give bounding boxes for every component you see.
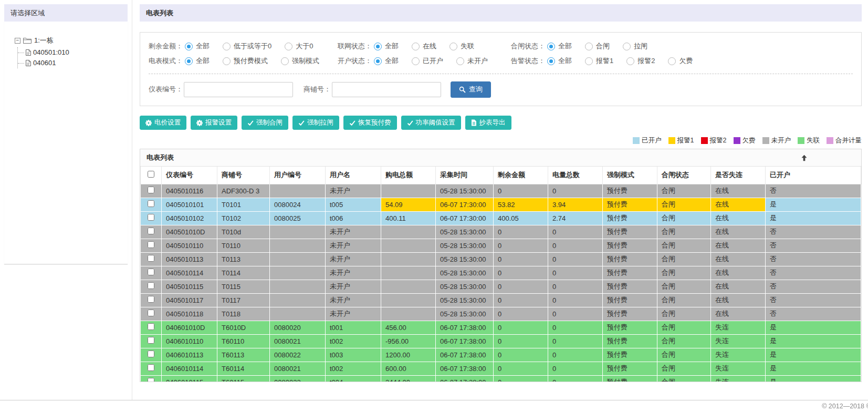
row-checkbox[interactable]	[148, 214, 154, 221]
legend-swatch	[762, 137, 769, 144]
table-cell: 0	[548, 307, 603, 321]
row-checkbox-cell	[141, 375, 162, 382]
table-cell: 0405010115	[162, 280, 217, 293]
table-cell: 预付费	[603, 334, 657, 348]
radio-option[interactable]: 未开户	[456, 56, 488, 66]
radio-option[interactable]: 低于或等于0	[223, 42, 271, 51]
table-cell: 0405010114	[162, 266, 217, 280]
file-icon	[26, 60, 31, 66]
collapse-up-icon[interactable]	[801, 154, 808, 161]
toolbar-button[interactable]: 强制拉闸	[292, 116, 339, 130]
table-cell: 失连	[711, 362, 766, 375]
table-cell: 0405010102	[162, 211, 217, 225]
filter-group-label: 联网状态：	[338, 42, 372, 51]
table-cell: 05-28 15:30:00	[436, 252, 494, 266]
table-cell: 0406010115	[162, 375, 217, 382]
radio-option[interactable]: 欠费	[668, 56, 693, 66]
table-cell: T0101	[217, 198, 270, 211]
toolbar-button[interactable]: 电价设置	[140, 116, 186, 130]
radio-option[interactable]: 报警2	[626, 56, 655, 66]
table-cell: 54.09	[381, 198, 436, 211]
radio-option[interactable]: 全部	[547, 56, 572, 66]
toolbar-button[interactable]: 强制合闸	[242, 116, 288, 130]
toolbar-button[interactable]: 报警设置	[191, 116, 237, 130]
row-checkbox[interactable]	[148, 351, 154, 357]
table-cell: 05-28 15:30:00	[436, 307, 494, 321]
radio-option[interactable]: 拉闸	[623, 42, 647, 51]
row-checkbox[interactable]	[148, 323, 154, 330]
search-button[interactable]: 查询	[451, 81, 491, 98]
row-checkbox[interactable]	[148, 310, 154, 316]
table-cell: 在线	[711, 239, 766, 252]
table-cell: 未开户	[326, 293, 381, 307]
radio-option-label: 拉闸	[634, 42, 647, 51]
radio-option[interactable]: 失联	[449, 42, 474, 51]
column-header: 强制模式	[603, 167, 657, 184]
row-checkbox[interactable]	[148, 269, 154, 275]
radio-option[interactable]: 强制模式	[281, 56, 319, 66]
tree-collapse-toggle[interactable]: −	[15, 38, 20, 44]
table-cell: 合闸	[657, 239, 711, 252]
row-checkbox[interactable]	[148, 282, 154, 289]
radio-icon	[449, 43, 457, 50]
footer: © 2012—2018 ©A	[0, 400, 868, 412]
table-cell: 0	[494, 334, 548, 348]
table-cell: 0405010118	[162, 307, 217, 321]
table-cell: 未开户	[326, 252, 381, 266]
row-checkbox[interactable]	[148, 255, 154, 262]
toolbar-button[interactable]: 功率阈值设置	[401, 116, 461, 130]
radio-icon	[285, 43, 292, 50]
table-body: 0405010116ADF300-D 3未开户05-28 15:30:0000预…	[141, 184, 861, 382]
radio-option[interactable]: 全部	[374, 56, 399, 66]
table-cell	[270, 184, 326, 198]
radio-option[interactable]: 全部	[374, 42, 399, 51]
toolbar-button[interactable]: 恢复预付费	[343, 116, 397, 130]
tree-node[interactable]: 040501:010	[18, 47, 119, 58]
shop-no-input[interactable]	[332, 82, 441, 97]
radio-option[interactable]: 已开户	[412, 56, 443, 66]
filter-group-label: 合闸状态：	[511, 42, 545, 51]
copyright-text: © 2012—2018 ©A	[822, 403, 868, 410]
row-checkbox[interactable]	[148, 378, 154, 382]
tree-node[interactable]: 040601	[18, 58, 119, 68]
table-row: 0405010102T01020080025t006400.1106-07 17…	[141, 211, 861, 225]
table-cell: 05-28 15:30:00	[436, 184, 494, 198]
table-cell: 未开户	[326, 225, 381, 239]
table-cell: t003	[326, 348, 381, 362]
row-checkbox[interactable]	[148, 241, 154, 248]
table-cell: 0	[494, 252, 548, 266]
row-checkbox[interactable]	[148, 228, 154, 234]
row-checkbox[interactable]	[148, 364, 154, 371]
row-checkbox[interactable]	[148, 337, 154, 344]
radio-option[interactable]: 全部	[547, 42, 572, 51]
radio-option[interactable]: 合闸	[585, 42, 610, 51]
toolbar-button-label: 报警设置	[205, 118, 232, 127]
row-checkbox[interactable]	[148, 296, 154, 303]
radio-option[interactable]: 预付费模式	[223, 56, 268, 66]
radio-option[interactable]: 大于0	[285, 42, 313, 51]
table-cell: 预付费	[603, 280, 657, 293]
toolbar-button[interactable]: 抄表导出	[465, 116, 511, 130]
meter-table: 仪表编号商铺号用户编号用户名购电总额采集时间剩余金额电量总数强制模式合闸状态是否…	[140, 167, 861, 382]
table-cell: 预付费	[603, 266, 657, 280]
radio-option[interactable]: 全部	[185, 42, 210, 51]
table-cell: 2.74	[548, 211, 603, 225]
legend-swatch	[734, 137, 740, 144]
table-cell: 0	[548, 252, 603, 266]
radio-option[interactable]: 报警1	[585, 56, 613, 66]
table-cell: 预付费	[603, 184, 657, 198]
meter-no-input[interactable]	[184, 82, 293, 97]
row-checkbox[interactable]	[148, 187, 154, 193]
radio-option[interactable]: 在线	[412, 42, 436, 51]
radio-icon	[623, 43, 631, 50]
table-cell: 合闸	[657, 225, 711, 239]
radio-option[interactable]: 全部	[185, 56, 210, 66]
table-cell: 06-07 17:38:00	[436, 348, 494, 362]
select-all-checkbox[interactable]	[148, 171, 154, 178]
table-cell: 0080025	[270, 211, 326, 225]
tree-root-node[interactable]: − 1:一栋	[15, 35, 119, 46]
table-panel-title: 电表列表	[147, 149, 174, 166]
row-checkbox[interactable]	[148, 200, 154, 207]
row-checkbox-cell	[141, 211, 162, 225]
radio-option-label: 全部	[558, 42, 572, 51]
